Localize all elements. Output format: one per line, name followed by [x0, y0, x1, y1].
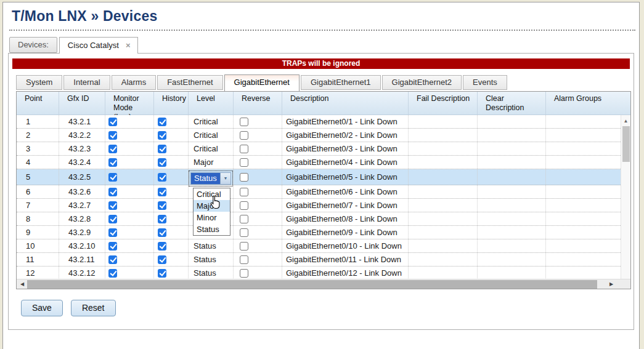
- reverse-checkbox[interactable]: [240, 188, 248, 196]
- device-tab-gigabitethernet1[interactable]: GigabitEthernet1: [301, 75, 381, 90]
- cell-history: [153, 156, 188, 169]
- history-checkbox[interactable]: [158, 201, 166, 210]
- horizontal-scroll-thumb[interactable]: [27, 280, 597, 289]
- cell-clear-description: [477, 185, 545, 198]
- monitor-checkbox[interactable]: [108, 228, 117, 237]
- scroll-right-icon[interactable]: ▶: [607, 279, 616, 289]
- table-row[interactable]: 943.2.9StatusGigabitEthernet0/9 - Link D…: [17, 226, 621, 239]
- vertical-scroll-thumb[interactable]: [622, 126, 630, 162]
- monitor-checkbox[interactable]: [108, 158, 117, 167]
- cell-point: 6: [17, 185, 59, 198]
- device-tab-system[interactable]: System: [16, 75, 62, 90]
- device-tab-fastethernet[interactable]: FastEthernet: [157, 75, 222, 90]
- table-row[interactable]: 1143.2.11StatusGigabitEthernet0/11 - Lin…: [17, 253, 621, 267]
- reverse-checkbox[interactable]: [240, 173, 248, 182]
- reverse-checkbox[interactable]: [240, 215, 248, 223]
- scroll-up-icon[interactable]: ▲: [621, 116, 630, 125]
- close-icon[interactable]: ×: [126, 42, 131, 49]
- table-row[interactable]: 843.2.8GigabitEthernet0/8 - Link Down: [17, 212, 621, 226]
- reverse-checkbox[interactable]: [240, 201, 248, 210]
- cell-description: GigabitEthernet0/11 - Link Down: [282, 253, 408, 266]
- cell-alarm-groups: [545, 115, 621, 128]
- monitor-checkbox[interactable]: [108, 173, 117, 182]
- reverse-checkbox[interactable]: [240, 145, 248, 153]
- table-row[interactable]: 643.2.6GigabitEthernet0/6 - Link Down: [17, 185, 621, 199]
- cell-gfx-id: 43.2.4: [59, 156, 105, 169]
- device-tab-alarms[interactable]: Alarms: [112, 75, 156, 90]
- monitor-checkbox[interactable]: [108, 215, 117, 223]
- cell-clear-description: [477, 226, 545, 239]
- monitor-checkbox[interactable]: [108, 131, 117, 140]
- cell-point: 1: [17, 115, 59, 128]
- history-checkbox[interactable]: [158, 158, 166, 167]
- table-row[interactable]: 1243.2.12StatusGigabitEthernet0/12 - Lin…: [17, 267, 621, 280]
- cell-level[interactable]: Critical: [188, 129, 233, 142]
- app-window: T/Mon LNX » Devices Devices: Cisco Catal…: [2, 2, 640, 349]
- monitor-checkbox[interactable]: [108, 118, 117, 126]
- cell-level[interactable]: Major: [188, 156, 233, 169]
- reverse-checkbox[interactable]: [240, 158, 248, 167]
- history-checkbox[interactable]: [158, 215, 166, 223]
- table-row[interactable]: 443.2.4MajorGigabitEthernet0/4 - Link Do…: [17, 156, 621, 169]
- cell-description: GigabitEthernet0/6 - Link Down: [282, 185, 408, 198]
- reverse-checkbox[interactable]: [240, 255, 248, 264]
- cell-gfx-id: 43.2.11: [59, 253, 105, 266]
- cell-level[interactable]: Status: [188, 239, 233, 252]
- table-row[interactable]: 143.2.1CriticalGigabitEthernet0/1 - Link…: [17, 115, 621, 129]
- chevron-down-icon[interactable]: ▼: [220, 173, 230, 184]
- cell-monitor: [105, 115, 153, 128]
- monitor-checkbox[interactable]: [108, 269, 117, 278]
- reverse-checkbox[interactable]: [240, 242, 248, 251]
- cell-gfx-id: 43.2.5: [59, 169, 105, 185]
- history-checkbox[interactable]: [158, 131, 166, 140]
- cell-gfx-id: 43.2.3: [59, 142, 105, 155]
- level-select[interactable]: Status ▼: [189, 171, 232, 186]
- history-checkbox[interactable]: [158, 188, 166, 196]
- cell-monitor: [105, 226, 153, 239]
- cell-description: GigabitEthernet0/12 - Link Down: [282, 267, 408, 279]
- save-button[interactable]: Save: [21, 300, 63, 316]
- level-option-minor[interactable]: Minor: [194, 212, 230, 223]
- history-checkbox[interactable]: [158, 228, 166, 237]
- table-row[interactable]: 743.2.7GigabitEthernet0/7 - Link Down: [17, 199, 621, 212]
- cell-level[interactable]: Critical: [188, 142, 233, 155]
- monitor-checkbox[interactable]: [108, 188, 117, 196]
- table-row[interactable]: 343.2.3CriticalGigabitEthernet0/3 - Link…: [17, 142, 621, 156]
- devices-tab-button[interactable]: Devices:: [9, 37, 57, 53]
- device-tab-gigabitethernet[interactable]: GigabitEthernet: [224, 74, 300, 91]
- table-row[interactable]: 543.2.5GigabitEthernet0/5 - Link Down: [17, 169, 621, 185]
- table-row[interactable]: 243.2.2CriticalGigabitEthernet0/2 - Link…: [17, 129, 621, 142]
- reverse-checkbox[interactable]: [240, 118, 248, 126]
- cell-level[interactable]: Status: [188, 267, 233, 279]
- cell-level[interactable]: Status: [188, 253, 233, 266]
- history-checkbox[interactable]: [158, 145, 166, 153]
- reset-button[interactable]: Reset: [71, 300, 116, 316]
- cell-alarm-groups: [545, 267, 621, 279]
- vertical-scrollbar[interactable]: ▲ ▼: [621, 115, 630, 289]
- history-checkbox[interactable]: [158, 255, 166, 264]
- scroll-left-icon[interactable]: ◀: [18, 279, 26, 289]
- cell-monitor: [105, 156, 153, 169]
- monitor-checkbox[interactable]: [108, 145, 117, 153]
- history-checkbox[interactable]: [158, 118, 166, 126]
- monitor-checkbox[interactable]: [108, 201, 117, 210]
- reverse-checkbox[interactable]: [240, 131, 248, 140]
- table-row[interactable]: 1043.2.10StatusGigabitEthernet0/10 - Lin…: [17, 239, 621, 253]
- cell-level[interactable]: Critical: [188, 115, 233, 128]
- device-tab-events[interactable]: Events: [463, 75, 507, 90]
- history-checkbox[interactable]: [158, 242, 166, 251]
- history-checkbox[interactable]: [158, 269, 166, 278]
- reverse-checkbox[interactable]: [240, 228, 248, 237]
- monitor-checkbox[interactable]: [108, 255, 117, 264]
- tab-cisco-catalyst[interactable]: Cisco Catalyst ×: [59, 37, 138, 54]
- column-header: History: [153, 92, 188, 114]
- horizontal-scrollbar[interactable]: ◀ ▶: [17, 279, 630, 289]
- monitor-checkbox[interactable]: [108, 242, 117, 251]
- device-tab-gigabitethernet2[interactable]: GigabitEthernet2: [382, 75, 462, 90]
- history-checkbox[interactable]: [158, 173, 166, 182]
- cell-reverse: [233, 239, 282, 252]
- level-option-status[interactable]: Status: [194, 223, 230, 235]
- device-tab-internal[interactable]: Internal: [63, 75, 110, 90]
- reverse-checkbox[interactable]: [240, 269, 248, 278]
- cell-fail-description: [408, 169, 477, 185]
